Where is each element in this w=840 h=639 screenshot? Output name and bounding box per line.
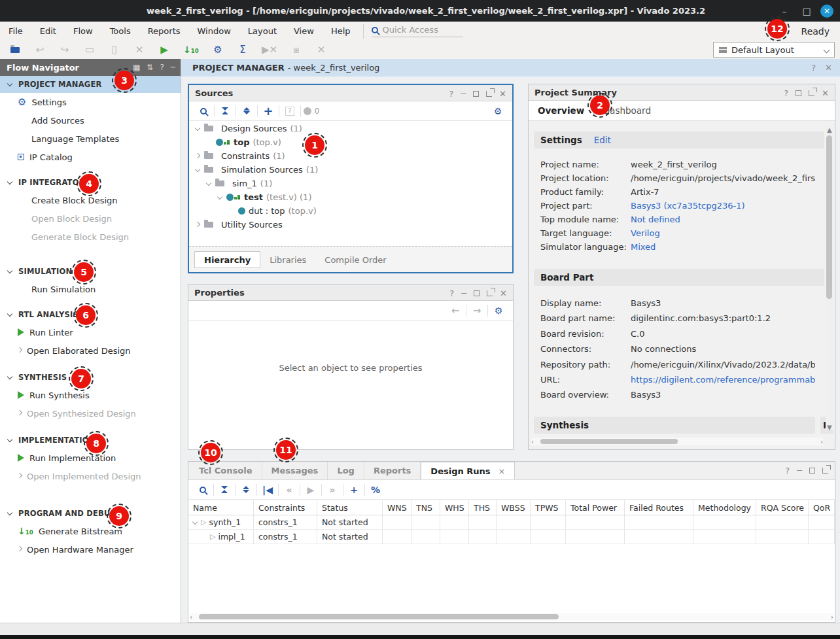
float-icon[interactable] [822,468,828,474]
table-row[interactable]: ▷impl_1constrs_1Not started [188,530,835,544]
column-header-whs[interactable]: WHS [440,500,469,515]
field-value[interactable]: Mixed [631,242,815,252]
chevron-down-icon[interactable] [206,180,211,185]
tab-compile-order[interactable]: Compile Order [315,251,395,268]
maximize-icon[interactable] [796,90,801,96]
scroll-right-icon[interactable]: › [831,613,833,621]
tab-reports[interactable]: Reports [364,462,421,479]
maximize-icon[interactable]: □ [796,6,818,16]
minimize-icon[interactable]: ─ [171,63,175,72]
scrollbar-thumb[interactable] [540,439,678,444]
flow-item-ip-catalog[interactable]: IP Catalog [0,148,181,166]
maximize-icon[interactable] [809,468,815,474]
tree-row-constraints[interactable]: Constraints(1) [189,149,512,163]
tab-design-runs[interactable]: Design Runs× [421,462,515,479]
float-icon[interactable] [486,91,492,97]
messages-badge-icon[interactable]: 0 [303,104,320,118]
chevron-right-icon[interactable] [195,152,200,158]
gear-icon[interactable]: ⚙ [490,303,507,318]
column-header-total-power[interactable]: Total Power [566,500,625,515]
flow-section-project-manager[interactable]: PROJECT MANAGER [0,76,181,93]
menu-help[interactable]: Help [323,26,359,36]
column-header-tpws[interactable]: TPWS [531,500,566,515]
flow-item-generate-bitstream[interactable]: ↓₁₀Generate Bitstream [0,522,181,540]
menu-reports[interactable]: Reports [139,26,189,36]
table-row[interactable]: ▷synth_1constrs_1Not started [188,515,835,530]
settings-icon[interactable]: ⚙ [212,43,224,56]
field-value[interactable]: Basys3 (xc7a35tcpg236-1) [631,201,815,211]
help-icon[interactable]: ? [785,466,790,475]
tab-log[interactable]: Log [328,462,364,479]
maximize-icon[interactable] [473,91,479,97]
expand-all-icon[interactable] [238,104,255,118]
column-header-methodology[interactable]: Methodology [693,500,756,515]
tree-row-dut-top[interactable]: dut : top(top.v) [189,204,512,218]
help-icon[interactable]: ? [449,89,453,99]
tree-row-test[interactable]: test(test.v) (1) [189,190,512,204]
search-icon[interactable] [195,104,212,118]
help-icon[interactable]: ? [160,63,164,72]
field-value[interactable]: https://digilent.com/reference/programma… [631,375,815,385]
column-header-constraints[interactable]: Constraints [254,500,317,515]
report-icon[interactable]: Σ [237,43,249,56]
help-icon[interactable]: ? [449,288,454,298]
scrollbar-thumb[interactable] [826,135,832,299]
chevron-down-icon[interactable] [195,166,200,171]
flow-item-run-simulation[interactable]: Run Simulation [0,280,181,298]
tab-messages[interactable]: Messages [262,462,328,479]
gear-icon[interactable]: ⚙ [489,104,506,118]
layout-selector[interactable]: Default Layout [713,42,835,58]
sources-panel-header[interactable]: Sources ?─✕ [189,85,512,101]
tree-row-simulation-sources[interactable]: Simulation Sources(1) [189,163,512,177]
expand-all-icon[interactable] [237,483,254,497]
flow-item-run-synthesis[interactable]: Run Synthesis [0,386,181,404]
chevron-right-icon[interactable] [195,221,200,226]
tree-row-sim_1[interactable]: sim_1(1) [189,177,512,190]
settings-edit-link[interactable]: Edit [594,135,611,145]
close-icon[interactable]: × [499,466,506,476]
scroll-up-icon[interactable]: ▲ [827,126,832,133]
help-icon[interactable]: ? [784,88,788,98]
open-project-icon[interactable] [9,43,21,56]
maximize-icon[interactable] [474,290,480,296]
properties-panel-header[interactable]: Properties ?─✕ [188,285,513,301]
tab-hierarchy[interactable]: Hierarchy [194,251,260,268]
flow-section-program-and-debug[interactable]: PROGRAM AND DEBUG [0,505,181,522]
menu-view[interactable]: View [285,26,323,36]
search-icon[interactable] [194,483,211,497]
generate-bitstream-icon[interactable]: ↓₁₀ [183,43,199,56]
close-icon[interactable]: ✕ [500,288,507,298]
close-icon[interactable]: ✕ [822,88,829,98]
flow-item-settings[interactable]: ⚙Settings [0,93,181,111]
column-header-qor[interactable]: QoR [809,500,835,515]
forward-arrow-icon[interactable]: → [468,303,485,318]
column-header-tns[interactable]: TNS [411,500,440,515]
field-value[interactable]: Not defined [631,215,815,224]
vertical-scrollbar[interactable]: ▲ ▼ [826,128,833,430]
close-icon[interactable]: ✕ [499,89,506,99]
scroll-right-icon[interactable]: › [820,438,823,445]
add-sources-icon[interactable]: + [260,104,277,118]
menu-tools[interactable]: Tools [101,26,139,36]
percent-icon[interactable]: % [367,483,384,497]
float-icon[interactable] [809,90,814,96]
updown-icon[interactable]: ⇅ [147,63,153,72]
column-header-wbss[interactable]: WBSS [497,500,531,515]
back-arrow-icon[interactable]: ← [447,303,464,318]
minimize-icon[interactable]: ─ [461,89,466,99]
tab-overview[interactable]: Overview [538,105,584,116]
help-icon[interactable]: ? [811,63,816,73]
column-header-failed-routes[interactable]: Failed Routes [625,500,693,515]
flow-item-open-hardware-manager[interactable]: Open Hardware Manager [0,540,181,559]
tree-row-top[interactable]: top(top.v) [189,135,512,149]
run-icon[interactable]: ▶ [158,43,170,56]
horizontal-scrollbar[interactable]: ‹ › [190,613,833,621]
menu-edit[interactable]: Edit [31,26,65,36]
tab-libraries[interactable]: Libraries [260,251,315,268]
column-header-name[interactable]: Name [188,500,254,515]
tab-tcl-console[interactable]: Tcl Console [190,462,262,479]
menu-file[interactable]: File [0,26,31,36]
float-icon[interactable] [487,290,493,296]
column-header-ths[interactable]: THS [469,500,497,515]
collapse-all-icon[interactable] [216,483,233,497]
